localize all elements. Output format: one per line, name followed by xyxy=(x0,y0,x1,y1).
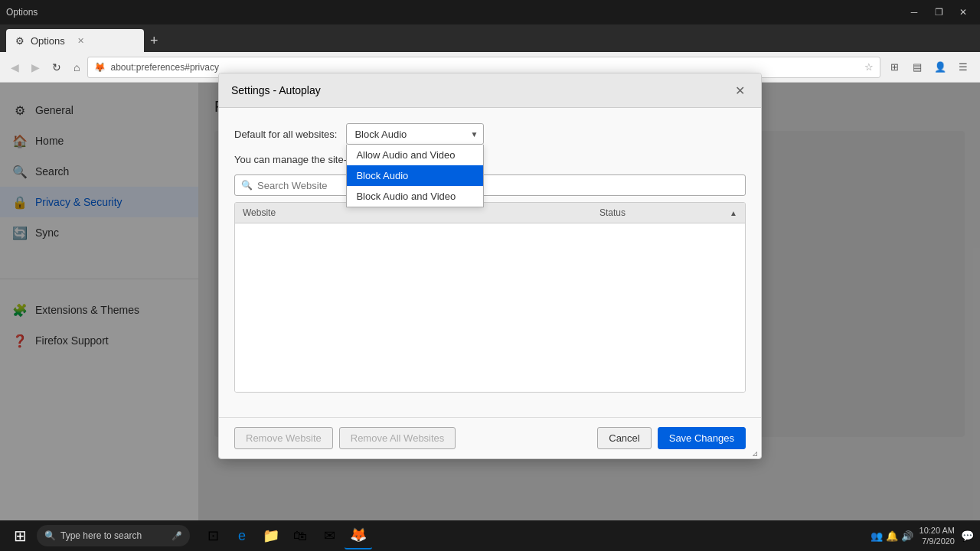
time: 10:20 AM xyxy=(920,525,955,536)
dialog-close-button[interactable]: ✕ xyxy=(730,81,749,99)
dropdown-menu: Allow Audio and Video Block Audio Block … xyxy=(346,145,484,207)
dialog-titlebar: Settings - Autoplay ✕ xyxy=(219,73,761,108)
taskbar-app-task-view[interactable]: ⊡ xyxy=(199,522,227,549)
date: 7/9/2020 xyxy=(920,536,955,546)
url-bar-icons: ☆ xyxy=(864,61,874,73)
home-button[interactable]: ⌂ xyxy=(69,58,84,77)
sort-icon[interactable]: ▲ xyxy=(730,209,737,217)
notification-icon[interactable]: 💬 xyxy=(961,530,974,542)
back-button[interactable]: ◀ xyxy=(6,58,24,77)
remove-website-button[interactable]: Remove Website xyxy=(234,427,333,449)
default-setting-row: Default for all websites: Block Audio ▼ … xyxy=(234,123,746,145)
taskbar: ⊞ 🔍 Type here to search 🎤 ⊡ e 📁 🛍 ✉ 🦊 👥 … xyxy=(0,520,980,551)
taskbar-mic-icon: 🎤 xyxy=(172,531,182,541)
bookmark-icon[interactable]: ☆ xyxy=(864,61,874,73)
dialog-title: Settings - Autoplay xyxy=(231,84,321,96)
manage-text: You can manage the site-specific autopla… xyxy=(234,154,746,165)
default-dropdown-wrapper: Block Audio ▼ Allow Audio and Video Bloc… xyxy=(346,123,484,145)
reload-button[interactable]: ↻ xyxy=(47,58,66,77)
default-label: Default for all websites: xyxy=(234,129,337,140)
tab-icon: ⚙ xyxy=(15,35,24,47)
autoplay-dialog: Settings - Autoplay ✕ Default for all we… xyxy=(218,73,762,459)
tab-bar: ⚙ Options ✕ + xyxy=(0,24,980,52)
website-table: Website Status ▲ xyxy=(234,202,746,393)
network-icon[interactable]: 🔔 xyxy=(886,530,898,542)
taskbar-app-edge[interactable]: e xyxy=(228,522,256,549)
search-website-field[interactable]: 🔍 xyxy=(234,174,746,196)
people-icon[interactable]: 👥 xyxy=(871,530,883,542)
taskbar-system-icons: 👥 🔔 🔊 xyxy=(871,530,913,542)
account-icon[interactable]: 👤 xyxy=(929,57,951,78)
taskbar-search-icon: 🔍 xyxy=(44,530,56,541)
dropdown-option-allow[interactable]: Allow Audio and Video xyxy=(347,145,483,165)
browser-title: Options xyxy=(6,7,38,18)
firefox-logo-icon: 🦊 xyxy=(94,62,106,73)
sidebar-toggle-icon[interactable]: ▤ xyxy=(906,57,928,78)
titlebar-controls: ─ ❐ ✕ xyxy=(903,2,974,23)
col-status: Status ▲ xyxy=(592,203,745,223)
footer-left: Remove Website Remove All Websites xyxy=(234,427,456,449)
taskbar-app-store[interactable]: 🛍 xyxy=(286,522,314,549)
nav-end-icons: ⊞ ▤ 👤 ☰ xyxy=(884,57,974,78)
remove-all-websites-button[interactable]: Remove All Websites xyxy=(339,427,456,449)
dialog-body: Default for all websites: Block Audio ▼ … xyxy=(219,108,761,417)
minimize-button[interactable]: ─ xyxy=(903,2,925,23)
clock[interactable]: 10:20 AM 7/9/2020 xyxy=(920,525,955,547)
dropdown-arrow-icon: ▼ xyxy=(471,130,479,139)
taskbar-right: 👥 🔔 🔊 10:20 AM 7/9/2020 💬 xyxy=(871,525,974,547)
cancel-button[interactable]: Cancel xyxy=(597,427,651,449)
default-dropdown[interactable]: Block Audio ▼ xyxy=(346,123,484,145)
taskbar-app-firefox[interactable]: 🦊 xyxy=(345,522,372,549)
tab-close-icon[interactable]: ✕ xyxy=(77,36,84,46)
dialog-footer: Remove Website Remove All Websites Cance… xyxy=(219,417,761,458)
close-button[interactable]: ✕ xyxy=(952,2,974,23)
dropdown-option-block-all[interactable]: Block Audio and Video xyxy=(347,186,483,207)
taskbar-app-mail[interactable]: ✉ xyxy=(315,522,343,549)
library-icon[interactable]: ⊞ xyxy=(884,57,905,78)
save-changes-button[interactable]: Save Changes xyxy=(658,427,746,449)
volume-icon[interactable]: 🔊 xyxy=(901,530,913,542)
search-website-icon: 🔍 xyxy=(241,180,253,191)
tab-label: Options xyxy=(31,35,65,47)
start-button[interactable]: ⊞ xyxy=(6,522,34,549)
browser-titlebar: Options ─ ❐ ✕ xyxy=(0,0,980,24)
restore-button[interactable]: ❐ xyxy=(928,2,949,23)
taskbar-apps: ⊡ e 📁 🛍 ✉ 🦊 xyxy=(199,522,372,549)
forward-button[interactable]: ▶ xyxy=(27,58,44,77)
footer-right: Cancel Save Changes xyxy=(597,427,746,449)
dropdown-selected-value: Block Audio xyxy=(354,129,407,140)
taskbar-app-explorer[interactable]: 📁 xyxy=(257,522,285,549)
taskbar-search-text: Type here to search xyxy=(60,530,142,541)
url-text: about:preferences#privacy xyxy=(110,62,218,73)
table-header: Website Status ▲ xyxy=(235,203,745,223)
new-tab-button[interactable]: + xyxy=(144,29,165,52)
resize-handle[interactable]: ⊿ xyxy=(752,449,760,457)
menu-icon[interactable]: ☰ xyxy=(952,57,974,78)
dropdown-option-block-audio[interactable]: Block Audio xyxy=(347,165,483,186)
search-website-input[interactable] xyxy=(257,180,739,191)
taskbar-search[interactable]: 🔍 Type here to search 🎤 xyxy=(37,525,190,546)
table-body xyxy=(235,223,745,392)
tab-options[interactable]: ⚙ Options ✕ xyxy=(6,29,144,52)
